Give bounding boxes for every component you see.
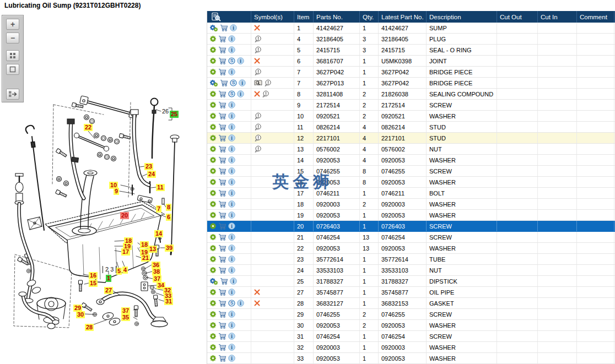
info-icon[interactable]: i	[228, 189, 235, 197]
info-icon[interactable]: i	[228, 333, 235, 340]
gear-icon[interactable]	[209, 167, 217, 175]
info-icon[interactable]: i	[230, 24, 237, 31]
substitution-icon[interactable]: S	[228, 90, 235, 97]
info-icon[interactable]: i	[228, 344, 235, 351]
diagram-callout-1[interactable]: 1	[106, 275, 111, 282]
table-row-item-7[interactable]: i73627P04213627P042BRIDGE PIECE	[207, 67, 615, 78]
info-icon[interactable]: i	[237, 300, 244, 307]
info-icon[interactable]: i	[228, 101, 235, 108]
cart-icon[interactable]	[218, 68, 226, 75]
gear-icon[interactable]	[209, 145, 217, 153]
cart-icon[interactable]	[218, 167, 226, 175]
gear-icon[interactable]	[209, 333, 217, 340]
gear-icon[interactable]	[209, 245, 217, 252]
gear-icon[interactable]	[209, 123, 217, 131]
info-icon[interactable]: i	[228, 46, 235, 53]
gear-icon[interactable]	[209, 289, 217, 296]
substitution-icon[interactable]: S	[228, 300, 235, 307]
info-icon[interactable]: i	[228, 267, 235, 274]
gear-icon[interactable]	[209, 267, 217, 274]
gear-icon[interactable]	[209, 112, 217, 119]
cart-icon[interactable]	[218, 222, 226, 230]
table-row-item-31[interactable]: i31074625410746254SCREW	[207, 331, 615, 342]
cart-icon[interactable]	[218, 46, 226, 53]
substitution-icon[interactable]: S	[228, 57, 235, 64]
info-icon[interactable]: i	[228, 35, 235, 42]
diagram-callout-38[interactable]: 38	[152, 268, 161, 275]
info-icon[interactable]: i	[228, 178, 235, 186]
diagram-callout-8[interactable]: 8	[166, 204, 171, 211]
cart-icon[interactable]	[218, 57, 226, 64]
column-header-actions[interactable]	[207, 11, 251, 23]
diagram-callout-11[interactable]: 11	[156, 184, 165, 191]
table-row-item-30[interactable]: i30092005320920053WASHER	[207, 320, 615, 331]
gear-icon[interactable]	[209, 200, 217, 208]
gear-icon[interactable]	[209, 35, 217, 42]
table-row-item-7[interactable]: Si73627P01313627P042BRIDGE PIECE	[207, 78, 615, 89]
diagram-callout-28[interactable]: 28	[85, 324, 94, 331]
info-icon[interactable]: i	[228, 156, 235, 164]
diagram-callout-20[interactable]: 20	[120, 212, 129, 219]
info-icon[interactable]: i	[237, 90, 244, 97]
cart-icon[interactable]	[218, 178, 226, 186]
gear-icon[interactable]	[209, 355, 217, 362]
cart-icon[interactable]	[218, 101, 226, 108]
cart-icon[interactable]	[220, 278, 228, 285]
info-icon[interactable]: i	[228, 289, 235, 296]
table-row-item-32[interactable]: i32092000310920003WASHER	[207, 342, 615, 353]
gear-icon[interactable]	[209, 134, 217, 142]
info-icon[interactable]: i	[228, 222, 235, 230]
cart-icon[interactable]	[218, 211, 226, 219]
document-magnifier-icon[interactable]	[210, 12, 222, 22]
info-icon[interactable]: i	[228, 256, 235, 263]
table-row-item-14[interactable]: i14092005340920053WASHER	[207, 155, 615, 166]
info-icon[interactable]: i	[237, 57, 244, 64]
cart-icon[interactable]	[218, 90, 226, 97]
cart-icon[interactable]	[218, 322, 226, 329]
table-row-item-33[interactable]: i33092005310920053WASHER	[207, 353, 615, 364]
info-icon[interactable]: i	[228, 322, 235, 329]
table-row-item-20[interactable]: i20072640310726403SCREW	[207, 221, 615, 232]
diagram-callout-21[interactable]: 21	[141, 254, 150, 262]
diagram-callout-9[interactable]: 9	[114, 188, 119, 195]
info-icon[interactable]: i	[228, 355, 235, 362]
gear-icon[interactable]	[209, 233, 217, 241]
substitution-icon[interactable]: S	[230, 79, 237, 86]
cart-icon[interactable]	[218, 233, 226, 241]
diagram-callout-26[interactable]: 26	[161, 108, 170, 115]
cart-icon[interactable]	[218, 200, 226, 208]
table-row-item-21[interactable]: i210746254130746254SCREW	[207, 232, 615, 243]
table-row-item-10[interactable]: i10092052120920521WASHER	[207, 111, 615, 122]
diagram-callout-13[interactable]: 13	[148, 246, 157, 253]
cart-icon[interactable]	[218, 189, 226, 197]
table-row-item-15[interactable]: i15074625580746255SCREW	[207, 166, 615, 177]
diagram-callout-24[interactable]: 24	[147, 171, 156, 178]
diagram-callout-22[interactable]: 22	[84, 124, 93, 131]
cart-icon[interactable]	[218, 300, 226, 307]
assembly-gears-icon[interactable]	[209, 79, 218, 87]
diagram-callout-14[interactable]: 14	[154, 230, 163, 237]
cart-icon[interactable]	[218, 344, 226, 351]
table-row-item-5[interactable]: i5241571532415715SEAL - O RING	[207, 45, 615, 56]
gear-icon[interactable]	[209, 68, 217, 75]
assembly-gears-icon[interactable]	[209, 278, 218, 285]
table-row-item-22[interactable]: i220920053130920053WASHER	[207, 243, 615, 254]
table-row-item-6[interactable]: Si6368167071U5MK0398JOINT	[207, 56, 615, 67]
cart-icon[interactable]	[218, 112, 226, 119]
diagram-callout-2-3[interactable]: 2 3	[102, 266, 116, 273]
info-icon[interactable]: i	[228, 245, 235, 252]
diagram-callout-31[interactable]: 31	[164, 298, 173, 305]
cart-icon[interactable]	[218, 355, 226, 362]
table-row-item-24[interactable]: i2433533103133533103NUT	[207, 265, 615, 276]
table-row-item-8[interactable]: Si832811408221826038SEALING COMPOUND	[207, 89, 615, 100]
diagram-callout-30[interactable]: 30	[76, 311, 85, 318]
info-icon[interactable]: i	[239, 79, 246, 86]
gear-icon[interactable]	[209, 311, 217, 318]
diagram-callout-18[interactable]: 18	[140, 241, 149, 248]
cart-icon[interactable]	[218, 145, 226, 153]
diagram-callout-17[interactable]: 17	[121, 248, 130, 256]
diagram-callout-15[interactable]: 15	[89, 280, 98, 287]
cart-icon[interactable]	[218, 289, 226, 296]
cart-icon[interactable]	[218, 256, 226, 263]
diagram-callout-39[interactable]: 39	[165, 245, 174, 252]
